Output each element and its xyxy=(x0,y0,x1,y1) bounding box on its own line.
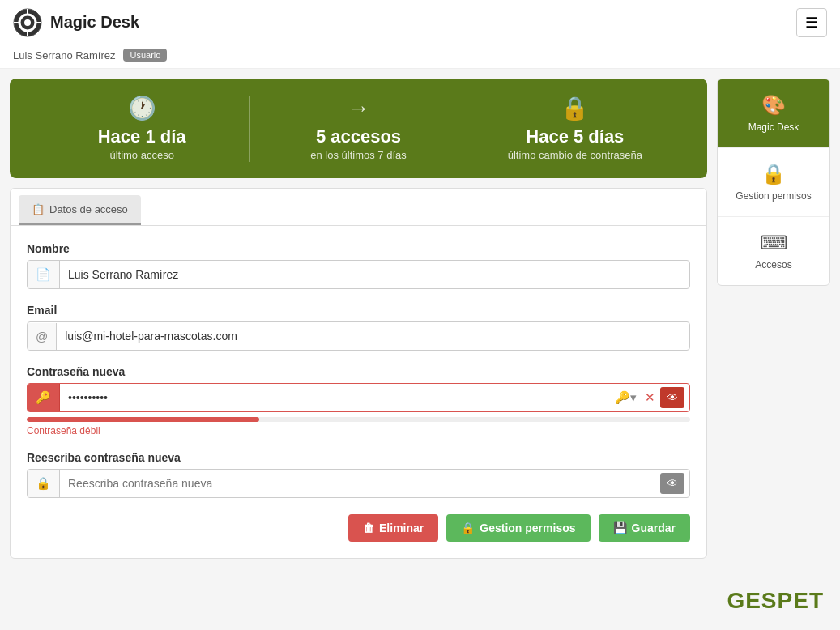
stat-password-change-label: último cambio de contraseña xyxy=(508,149,642,161)
gespet-logo: GESPET xyxy=(727,588,824,614)
nombre-input-wrapper: 📄 xyxy=(27,260,690,289)
repassword-suffix: 👁 xyxy=(655,473,689,494)
sidebar-item-magic-desk[interactable]: 🎨 Magic Desk xyxy=(718,79,829,148)
tab-label: Datos de acceso xyxy=(49,203,128,215)
repassword-toggle-visibility-button[interactable]: 👁 xyxy=(660,473,684,494)
form-body: Nombre 📄 Email @ Contraseña n xyxy=(11,226,706,558)
repassword-lock-icon: 🔒 xyxy=(28,470,60,497)
tab-icon: 📋 xyxy=(32,203,45,215)
email-input-wrapper: @ xyxy=(27,321,690,351)
at-icon: @ xyxy=(28,323,57,350)
sidebar-magic-desk-label: Magic Desk xyxy=(748,121,799,133)
email-label: Email xyxy=(27,304,690,317)
sidebar-item-gestion-permisos[interactable]: 🔒 Gestion permisos xyxy=(718,148,829,217)
tab-datos-acceso[interactable]: 📋 Datos de acceso xyxy=(19,195,141,225)
header-left: Magic Desk xyxy=(13,8,139,37)
password-weak-text: Contraseña débil xyxy=(27,425,690,436)
file-icon: 📄 xyxy=(28,261,60,288)
nombre-input[interactable] xyxy=(60,261,689,288)
stats-banner: 🕐 Hace 1 día último acceso → 5 accesos e… xyxy=(10,79,707,178)
permissions-icon: 🔒 xyxy=(461,521,475,534)
app-logo xyxy=(13,8,42,37)
lock-icon: 🔒 xyxy=(467,95,683,121)
password-input[interactable] xyxy=(60,384,607,411)
form-card: 📋 Datos de acceso Nombre 📄 Email xyxy=(10,188,707,559)
password-input-wrapper: 🔑 🔑▾ ✕ 👁 xyxy=(27,383,690,412)
palette-icon: 🎨 xyxy=(761,94,786,117)
password-label: Contraseña nueva xyxy=(27,365,690,378)
stat-last-access-value: Hace 1 día xyxy=(34,126,249,147)
password-toggle-visibility-button[interactable]: 👁 xyxy=(660,387,684,408)
password-suffix: 🔑▾ ✕ 👁 xyxy=(607,387,689,408)
repassword-group: Reescriba contraseña nueva 🔒 👁 xyxy=(27,451,690,498)
form-actions: 🗑 Eliminar 🔒 Gestion permisos 💾 Guardar xyxy=(27,514,690,542)
password-strength-bar xyxy=(27,417,690,422)
stat-last-access-label: último acceso xyxy=(109,149,173,161)
hamburger-button[interactable]: ☰ xyxy=(796,8,827,37)
stat-password-change: 🔒 Hace 5 días último cambio de contraseñ… xyxy=(467,95,683,162)
sidebar-item-accesos[interactable]: ⌨ Accesos xyxy=(718,217,829,285)
header: Magic Desk ☰ xyxy=(0,0,840,45)
keyboard-icon: ⌨ xyxy=(760,232,788,254)
nombre-label: Nombre xyxy=(27,242,690,255)
nombre-group: Nombre 📄 xyxy=(27,242,690,289)
permissions-label: Gestion permisos xyxy=(480,521,575,534)
lock-sidebar-icon: 🔒 xyxy=(761,163,786,185)
password-strength-fill xyxy=(27,417,259,422)
sidebar-accesos-label: Accesos xyxy=(755,259,791,270)
clock-icon: 🕐 xyxy=(34,95,249,121)
login-icon: → xyxy=(250,96,466,121)
user-bar: Luis Serrano Ramírez Usuario xyxy=(0,45,840,69)
user-role-badge: Usuario xyxy=(123,49,167,62)
repassword-input-wrapper: 🔒 👁 xyxy=(27,469,690,498)
password-generate-button[interactable]: 🔑▾ xyxy=(612,387,640,408)
repassword-input[interactable] xyxy=(60,470,655,497)
stat-accesses-value: 5 accesos xyxy=(250,126,466,147)
delete-label: Eliminar xyxy=(379,521,424,534)
password-clear-button[interactable]: ✕ xyxy=(642,387,659,408)
save-label: Guardar xyxy=(632,521,676,534)
stat-accesses-label: en los últimos 7 días xyxy=(310,149,407,161)
delete-button[interactable]: 🗑 Eliminar xyxy=(348,514,438,542)
stat-password-change-value: Hace 5 días xyxy=(467,126,683,147)
sidebar-gestion-permisos-label: Gestion permisos xyxy=(736,190,811,202)
trash-icon: 🗑 xyxy=(363,521,374,534)
email-group: Email @ xyxy=(27,304,690,351)
user-name: Luis Serrano Ramírez xyxy=(13,49,115,62)
app-title: Magic Desk xyxy=(50,13,139,32)
main-layout: 🕐 Hace 1 día último acceso → 5 accesos e… xyxy=(0,69,840,568)
repassword-label: Reescriba contraseña nueva xyxy=(27,451,690,464)
svg-point-2 xyxy=(24,19,31,26)
left-content: 🕐 Hace 1 día último acceso → 5 accesos e… xyxy=(10,79,707,559)
password-prefix-icon: 🔑 xyxy=(28,384,60,411)
stat-accesses: → 5 accesos en los últimos 7 días xyxy=(249,96,466,162)
save-button[interactable]: 💾 Guardar xyxy=(599,514,690,542)
form-tabs: 📋 Datos de acceso xyxy=(11,189,706,226)
email-input[interactable] xyxy=(57,322,689,350)
right-sidebar: 🎨 Magic Desk 🔒 Gestion permisos ⌨ Acceso… xyxy=(717,79,830,286)
permissions-button[interactable]: 🔒 Gestion permisos xyxy=(446,514,590,542)
stat-last-access: 🕐 Hace 1 día último acceso xyxy=(34,95,249,162)
password-group: Contraseña nueva 🔑 🔑▾ ✕ 👁 Contraseña xyxy=(27,365,690,436)
save-icon: 💾 xyxy=(613,521,627,534)
